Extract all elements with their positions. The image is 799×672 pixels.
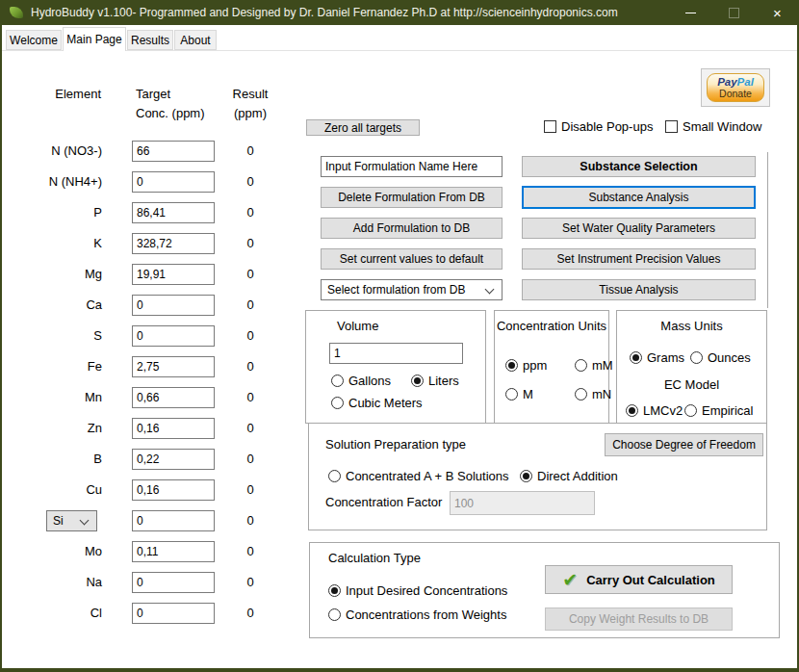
- radio-ounces[interactable]: Ounces: [690, 350, 751, 365]
- result-value: 0: [230, 479, 271, 501]
- element-row-zn: Zn 0: [0, 418, 298, 439]
- paypal-donate-button[interactable]: PayPal Donate: [701, 68, 770, 107]
- formulation-name-input[interactable]: [321, 156, 503, 177]
- target-conc-input[interactable]: [132, 572, 215, 593]
- substance-analysis-button[interactable]: Substance Analysis: [522, 186, 756, 209]
- radio-label: mN: [592, 387, 611, 401]
- minimize-button[interactable]: [669, 0, 712, 25]
- radio-gallons[interactable]: Gallons: [331, 374, 391, 388]
- radio-mn[interactable]: mN: [575, 387, 611, 401]
- checkbox-label: Disable Pop-ups: [561, 119, 653, 134]
- instrument-precision-button[interactable]: Set Instrument Precision Values: [522, 248, 756, 270]
- paypal-pal-text: Pal: [737, 76, 754, 88]
- target-conc-input[interactable]: [132, 171, 215, 193]
- radio-ppm[interactable]: ppm: [505, 358, 547, 373]
- target-conc-input[interactable]: [132, 325, 215, 347]
- tissue-analysis-button[interactable]: Tissue Analysis: [522, 279, 756, 300]
- element-label: Ca: [17, 295, 102, 316]
- target-conc-input[interactable]: [132, 510, 215, 531]
- radio-liters[interactable]: Liters: [411, 374, 459, 388]
- element-row-si: Si 0: [0, 510, 298, 531]
- element-row-fe: Fe 0: [0, 356, 298, 377]
- carry-out-calculation-button[interactable]: ✔ Carry Out Calculation: [545, 565, 733, 594]
- water-quality-button[interactable]: Set Water Quality Parameters: [522, 218, 756, 239]
- radio-label: Gallons: [348, 374, 391, 388]
- target-conc-input[interactable]: [132, 479, 215, 501]
- disable-popups-checkbox[interactable]: Disable Pop-ups: [544, 119, 653, 134]
- checkbox-icon: [544, 120, 556, 133]
- tab-about[interactable]: About: [174, 30, 217, 50]
- tab-welcome[interactable]: Welcome: [6, 30, 62, 50]
- target-conc-input[interactable]: [132, 418, 215, 439]
- delete-formulation-button[interactable]: Delete Formulation From DB: [321, 187, 503, 208]
- radio-lmcv2[interactable]: LMCv2: [626, 403, 683, 418]
- mass-units-title: Mass Units: [616, 319, 767, 333]
- target-conc-input[interactable]: [132, 233, 215, 254]
- target-conc-input[interactable]: [132, 295, 215, 316]
- element-label: Cu: [17, 479, 102, 501]
- column-header-element: Element: [24, 87, 101, 101]
- element-selector-dropdown[interactable]: Si: [46, 510, 97, 531]
- button-label: Add Formulation to DB: [353, 221, 470, 235]
- select-formulation-dropdown[interactable]: Select formulation from DB: [321, 279, 503, 300]
- target-conc-input[interactable]: [132, 202, 215, 223]
- element-row-n-nh4: N (NH4+) 0: [0, 171, 298, 193]
- radio-input-desired-concentrations[interactable]: Input Desired Concentrations: [328, 583, 507, 598]
- radio-m[interactable]: M: [505, 387, 533, 401]
- target-conc-input[interactable]: [132, 449, 215, 470]
- radio-icon: [690, 351, 703, 364]
- add-formulation-button[interactable]: Add Formulation to DB: [321, 218, 503, 239]
- set-default-values-button[interactable]: Set current values to default: [321, 248, 503, 270]
- result-value: 0: [230, 295, 271, 316]
- tab-results[interactable]: Results: [127, 30, 173, 50]
- window-border-bottom: [0, 668, 799, 672]
- close-icon: ×: [773, 6, 782, 20]
- small-window-checkbox[interactable]: Small Window: [665, 119, 761, 134]
- radio-icon: [520, 470, 532, 482]
- substance-selection-button[interactable]: Substance Selection: [522, 156, 756, 177]
- element-label: P: [17, 202, 102, 223]
- radio-concentrations-from-weights[interactable]: Concentrations from Weights: [328, 607, 506, 622]
- column-header-target: Target: [136, 87, 170, 101]
- radio-label: Direct Addition: [537, 469, 618, 483]
- element-label: Zn: [17, 418, 102, 439]
- close-button[interactable]: ×: [756, 0, 799, 25]
- element-row-p: P 0: [0, 202, 298, 223]
- radio-concentrated-ab[interactable]: Concentrated A + B Solutions: [328, 469, 508, 483]
- radio-grams[interactable]: Grams: [630, 350, 684, 365]
- target-conc-input[interactable]: [132, 387, 215, 408]
- app-leaf-icon: [10, 7, 23, 18]
- result-value: 0: [230, 418, 271, 439]
- choose-degree-of-freedom-button[interactable]: Choose Degree of Freedom: [605, 433, 763, 456]
- column-header-result: Result: [223, 87, 277, 101]
- window-title: HydroBuddy v1.100- Programmed and Design…: [31, 0, 618, 25]
- element-row-na: Na 0: [0, 572, 298, 593]
- target-conc-input[interactable]: [132, 541, 215, 562]
- radio-cubic-meters[interactable]: Cubic Meters: [331, 396, 423, 410]
- element-row-n-no3: N (NO3-) 0: [0, 141, 298, 162]
- maximize-button[interactable]: [712, 0, 756, 25]
- element-row-s: S 0: [0, 325, 298, 347]
- radio-icon: [575, 359, 587, 372]
- radio-mm[interactable]: mM: [575, 358, 613, 373]
- target-conc-input[interactable]: [132, 356, 215, 377]
- radio-empirical[interactable]: Empirical: [684, 403, 753, 418]
- checkbox-label: Small Window: [683, 119, 761, 134]
- checkbox-icon: [665, 120, 678, 133]
- element-label: N (NO3-): [17, 141, 102, 162]
- volume-input[interactable]: [329, 343, 463, 364]
- element-label: Na: [17, 572, 102, 593]
- chevron-down-icon: [80, 516, 90, 526]
- target-conc-input[interactable]: [132, 603, 215, 624]
- result-value: 0: [230, 264, 271, 285]
- element-row-mg: Mg 0: [0, 264, 298, 285]
- tab-main-page[interactable]: Main Page: [63, 27, 126, 51]
- element-label: Mg: [17, 264, 102, 285]
- radio-direct-addition[interactable]: Direct Addition: [520, 469, 618, 483]
- radio-icon: [630, 351, 642, 364]
- result-value: 0: [230, 171, 271, 193]
- result-value: 0: [230, 510, 271, 531]
- target-conc-input[interactable]: [132, 141, 215, 162]
- zero-all-targets-button[interactable]: Zero all targets: [306, 119, 420, 136]
- target-conc-input[interactable]: [132, 264, 215, 285]
